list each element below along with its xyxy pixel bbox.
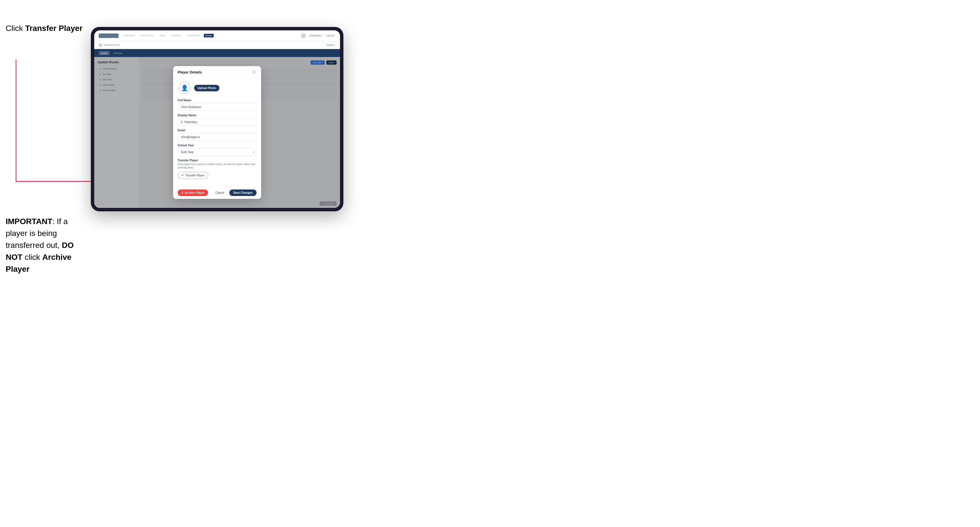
nav-dashboard[interactable]: Dashboard	[122, 34, 137, 37]
tablet-screen: Dashboard Tournaments Teams Schedule Lea…	[94, 30, 340, 208]
header-right: Add Athletes Log Out	[301, 33, 336, 38]
sub-header-breadcrumb: Dashboard (21)	[104, 44, 120, 46]
nav-leaderboard[interactable]: Leaderboard	[185, 34, 201, 37]
modal-title: Player Details	[178, 70, 202, 74]
display-name-group: Display Name	[178, 114, 256, 126]
save-changes-button[interactable]: Save Changes	[229, 189, 256, 196]
archive-player-button[interactable]: ⬇ Archive Player	[178, 189, 208, 196]
transfer-section-title: Transfer Player	[178, 159, 256, 162]
photo-section: 👤 Upload Photo	[178, 81, 256, 95]
cancel-button[interactable]: Cancel	[212, 189, 227, 196]
tab-active[interactable]: Active	[99, 51, 110, 55]
upload-photo-button[interactable]: Upload Photo	[194, 85, 220, 91]
player-avatar-icon: 👤	[181, 84, 188, 91]
full-name-label: Full Name	[178, 99, 256, 102]
nav-roster[interactable]: Roster	[204, 34, 214, 37]
nav-teams[interactable]: Teams	[158, 34, 168, 37]
modal-footer: ⬇ Archive Player Cancel Save Changes	[173, 186, 261, 199]
nav-schedule[interactable]: Schedule	[170, 34, 183, 37]
click-prefix: Click	[6, 24, 25, 33]
archive-icon: ⬇	[181, 191, 183, 194]
nav-bar: Dashboard Tournaments Teams Schedule Lea…	[122, 34, 298, 37]
school-year-label: School Year	[178, 144, 256, 147]
school-year-group: School Year First Year Second Year Third…	[178, 144, 256, 156]
transfer-icon: ⟳	[181, 174, 184, 177]
display-name-input[interactable]	[178, 118, 256, 126]
school-year-select[interactable]: First Year Second Year Third Year Fourth…	[178, 148, 256, 156]
modal-body: 👤 Upload Photo Full Name Display Name	[173, 78, 261, 186]
update-link[interactable]: Update ↑	[326, 44, 336, 46]
arrow-vertical-line	[16, 60, 16, 181]
main-content: Update Roster Chris Robertson Ian White …	[94, 57, 340, 208]
important-instruction-panel: IMPORTANT: If a player is being transfer…	[6, 204, 82, 275]
sub-header-icon	[99, 43, 102, 47]
transfer-section-description: If this player has moved to another scho…	[178, 163, 256, 170]
modal-overlay: Player Details × 👤 Upload Photo	[94, 57, 340, 208]
modal-header: Player Details ×	[173, 66, 261, 78]
full-name-group: Full Name	[178, 99, 256, 111]
email-group: Email	[178, 129, 256, 141]
sub-header: Dashboard (21) Update ↑	[94, 41, 340, 49]
app-logo	[99, 33, 119, 38]
app-header: Dashboard Tournaments Teams Schedule Lea…	[94, 30, 340, 41]
transfer-player-button[interactable]: ⟳ Transfer Player	[178, 172, 208, 179]
transfer-player-section: Transfer Player If this player has moved…	[178, 159, 256, 179]
tablet-device: Dashboard Tournaments Teams Schedule Lea…	[91, 27, 344, 211]
archive-label: Archive Player	[185, 191, 205, 194]
instruction-panel: Click Transfer Player	[6, 23, 85, 40]
tab-row: Active Archived	[94, 49, 340, 57]
log-out-btn[interactable]: Log Out	[325, 34, 336, 37]
player-details-modal: Player Details × 👤 Upload Photo	[173, 66, 261, 199]
close-icon: ×	[253, 71, 255, 74]
transfer-player-label: Transfer Player	[185, 174, 205, 177]
email-label: Email	[178, 129, 256, 132]
display-name-label: Display Name	[178, 114, 256, 117]
modal-close-button[interactable]: ×	[251, 70, 256, 75]
full-name-input[interactable]	[178, 103, 256, 111]
click-instruction: Click Transfer Player	[6, 23, 85, 34]
do-not-suffix: click	[22, 253, 42, 262]
player-photo-circle: 👤	[178, 81, 191, 95]
nav-tournaments[interactable]: Tournaments	[139, 34, 155, 37]
click-transfer-bold: Transfer Player	[25, 24, 82, 33]
school-year-select-wrapper: First Year Second Year Third Year Fourth…	[178, 148, 256, 156]
email-input[interactable]	[178, 133, 256, 141]
add-athletes-btn[interactable]: Add Athletes	[308, 34, 323, 37]
user-avatar	[301, 33, 306, 38]
tab-archived[interactable]: Archived	[111, 51, 125, 55]
important-label: IMPORTANT	[6, 217, 52, 226]
important-instruction: IMPORTANT: If a player is being transfer…	[6, 216, 82, 275]
